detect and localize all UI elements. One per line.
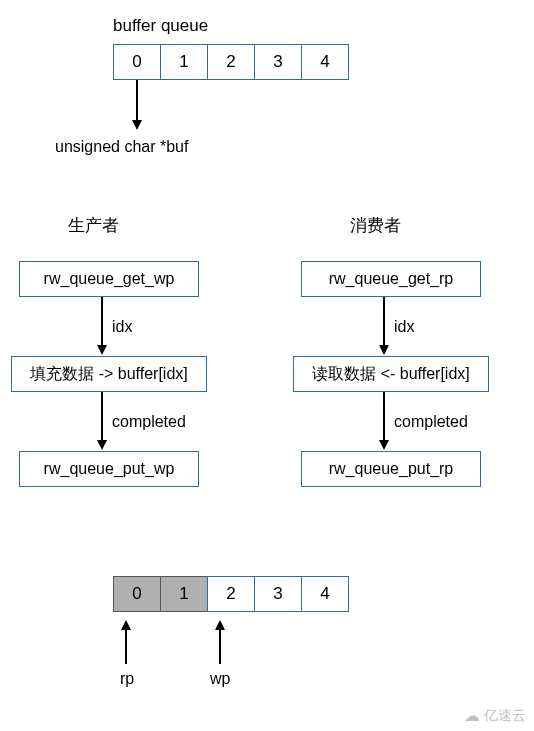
buf-pointer-arrow (131, 80, 147, 132)
consumer-heading: 消费者 (350, 214, 401, 237)
producer-arrow1-label: idx (112, 318, 132, 336)
consumer-arrow2-label: completed (394, 413, 468, 431)
state-cell-4: 4 (301, 576, 349, 612)
producer-heading: 生产者 (68, 214, 119, 237)
svg-marker-3 (97, 345, 107, 355)
buffer-cell-4: 4 (301, 44, 349, 80)
state-cell-0: 0 (113, 576, 161, 612)
producer-arrow2-label: completed (112, 413, 186, 431)
state-cell-3: 3 (254, 576, 302, 612)
state-cell-1: 1 (160, 576, 208, 612)
buffer-queue-title: buffer queue (113, 16, 208, 36)
cloud-icon: ☁ (464, 706, 480, 725)
buffer-cell-0: 0 (113, 44, 161, 80)
watermark-text: 亿速云 (484, 707, 526, 725)
rp-label: rp (120, 670, 134, 688)
buffer-cell-3: 3 (254, 44, 302, 80)
consumer-step1-box: rw_queue_get_rp (301, 261, 481, 297)
svg-marker-1 (132, 120, 142, 130)
producer-step3-box: rw_queue_put_wp (19, 451, 199, 487)
consumer-arrow1-label: idx (394, 318, 414, 336)
buffer-cell-1: 1 (160, 44, 208, 80)
producer-step1-box: rw_queue_get_wp (19, 261, 199, 297)
wp-label: wp (210, 670, 230, 688)
svg-marker-9 (379, 440, 389, 450)
producer-arrow1 (96, 297, 112, 357)
buffer-queue-row: 0 1 2 3 4 (113, 44, 349, 80)
producer-arrow2 (96, 392, 112, 452)
svg-marker-5 (97, 440, 107, 450)
wp-arrow (214, 620, 230, 664)
svg-marker-11 (121, 620, 131, 630)
producer-step2-box: 填充数据 -> buffer[idx] (11, 356, 207, 392)
consumer-step2-box: 读取数据 <- buffer[idx] (293, 356, 489, 392)
watermark: ☁ 亿速云 (464, 706, 526, 725)
state-queue-row: 0 1 2 3 4 (113, 576, 349, 612)
svg-marker-13 (215, 620, 225, 630)
consumer-arrow1 (378, 297, 394, 357)
svg-marker-7 (379, 345, 389, 355)
consumer-arrow2 (378, 392, 394, 452)
buf-pointer-label: unsigned char *buf (55, 138, 188, 156)
consumer-step3-box: rw_queue_put_rp (301, 451, 481, 487)
state-cell-2: 2 (207, 576, 255, 612)
rp-arrow (120, 620, 136, 664)
buffer-cell-2: 2 (207, 44, 255, 80)
